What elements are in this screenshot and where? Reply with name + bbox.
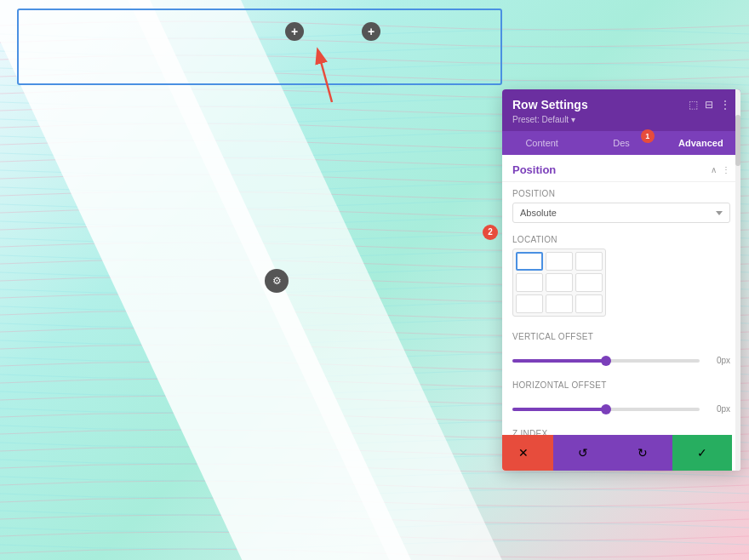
location-cell-top-left[interactable] (516, 252, 543, 271)
bottom-toolbar: ✕ ↺ ↻ ✓ (502, 435, 732, 471)
cancel-button[interactable]: ✕ (502, 435, 553, 471)
tab-design[interactable]: Des 1 (581, 131, 660, 155)
add-column-button-1[interactable]: + (285, 22, 304, 41)
horizontal-offset-slider-field: 0px (502, 401, 740, 422)
design-tab-badge: 1 (641, 129, 655, 143)
panel-resize-icon[interactable]: ⬚ (689, 99, 698, 111)
save-icon: ✓ (697, 446, 707, 460)
horizontal-offset-label: Horizontal Offset (512, 380, 730, 390)
location-field-label: Location (512, 235, 730, 244)
undo-button[interactable]: ↺ (553, 435, 613, 471)
panel-header: Row Settings ⬚ ⊟ ⋮ Preset: Default ▾ (502, 89, 740, 131)
panel-scrollbar-thumb[interactable] (735, 155, 740, 166)
section-controls: ∧ ⋮ (711, 165, 730, 174)
panel-header-icons: ⬚ ⊟ ⋮ (689, 99, 730, 111)
panel-preset[interactable]: Preset: Default ▾ (512, 115, 730, 124)
vertical-offset-thumb[interactable] (601, 356, 611, 366)
row-settings-panel: Row Settings ⬚ ⊟ ⋮ Preset: Default ▾ Con… (502, 89, 740, 471)
panel-split-icon[interactable]: ⊟ (705, 99, 713, 111)
horizontal-offset-field-group: Horizontal Offset (502, 374, 740, 401)
vertical-offset-fill (512, 359, 606, 363)
location-cell-mid-left[interactable] (516, 273, 543, 292)
location-cell-bot-center[interactable] (546, 294, 573, 313)
vertical-offset-track (512, 359, 700, 363)
tab-content[interactable]: Content (502, 131, 581, 155)
cancel-icon: ✕ (518, 446, 529, 460)
position-field-label: Position (512, 189, 730, 198)
position-section-header: Position ∧ ⋮ (502, 155, 740, 182)
add-column-button-2[interactable]: + (362, 22, 380, 41)
vertical-offset-field-group: Vertical Offset (502, 325, 740, 352)
location-grid (512, 249, 606, 317)
vertical-offset-label: Vertical Offset (512, 332, 730, 341)
position-field-group: Position Absolute Static Relative Fixed (502, 182, 740, 230)
panel-more-icon[interactable]: ⋮ (720, 99, 730, 111)
location-cell-mid-right[interactable] (575, 273, 603, 292)
top-section-outline (17, 9, 502, 85)
vertical-offset-slider-field: 0px (502, 352, 740, 374)
panel-title: Row Settings (512, 98, 588, 111)
red-arrow-indicator (311, 47, 353, 106)
step-2-badge: 2 (483, 223, 498, 240)
location-cell-top-right[interactable] (575, 252, 603, 271)
wrench-icon: ⚙ (272, 275, 282, 287)
location-cell-bot-right[interactable] (575, 294, 603, 313)
panel-body: Position ∧ ⋮ Position Absolute Static Re… (502, 155, 740, 471)
horizontal-offset-track (512, 408, 700, 411)
panel-scrollbar-track (735, 155, 740, 471)
position-select[interactable]: Absolute Static Relative Fixed (512, 203, 730, 223)
undo-icon: ↺ (578, 446, 588, 460)
vertical-offset-value: 0px (706, 356, 730, 365)
tab-advanced[interactable]: Advanced (661, 131, 740, 155)
location-cell-mid-center[interactable] (546, 273, 573, 292)
redo-button[interactable]: ↻ (613, 435, 672, 471)
svg-line-1 (319, 55, 332, 102)
position-section-title: Position (512, 163, 556, 176)
section-collapse-icon[interactable]: ∧ (711, 165, 717, 174)
location-grid-container: Location (502, 230, 740, 325)
horizontal-offset-fill (512, 408, 606, 411)
redo-icon: ↻ (638, 446, 648, 460)
save-button[interactable]: ✓ (672, 435, 732, 471)
layers-settings-floating-icon[interactable]: ⚙ (265, 269, 289, 293)
section-more-icon[interactable]: ⋮ (722, 165, 730, 174)
horizontal-offset-thumb[interactable] (601, 404, 611, 414)
horizontal-offset-value: 0px (706, 404, 730, 414)
panel-tabs: Content Des 1 Advanced (502, 131, 740, 155)
location-cell-bot-left[interactable] (516, 294, 543, 313)
location-cell-top-center[interactable] (546, 252, 573, 271)
